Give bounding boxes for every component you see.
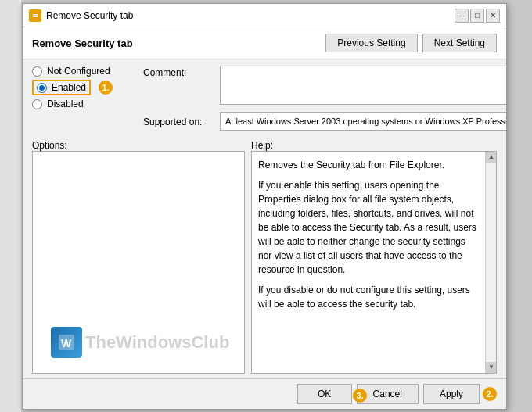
nav-buttons: Previous Setting Next Setting — [325, 34, 497, 52]
title-bar-left: Remove Security tab — [29, 9, 133, 22]
next-setting-button[interactable]: Next Setting — [422, 34, 497, 52]
help-para-1: Removes the Security tab from File Explo… — [258, 158, 477, 172]
supported-value: At least Windows Server 2003 operating s… — [225, 116, 506, 126]
radio-enabled[interactable]: Enabled 1. — [32, 80, 134, 95]
badge-1: 1. — [99, 81, 113, 95]
close-button[interactable]: ✕ — [486, 9, 500, 23]
supported-row: Supported on: At least Windows Server 20… — [143, 112, 506, 131]
radio-not-configured-label: Not Configured — [47, 66, 110, 77]
badge-2: 2. — [483, 387, 497, 401]
supported-label: Supported on: — [143, 115, 214, 127]
title-bar: Remove Security tab – □ ✕ — [23, 4, 506, 27]
help-scroll-down[interactable]: ▼ — [486, 362, 497, 373]
help-text: Removes the Security tab from File Explo… — [258, 158, 490, 311]
cancel-button[interactable]: Cancel — [357, 384, 419, 404]
radio-options: Not Configured Enabled 1. Disabled — [32, 66, 134, 109]
help-para-3: If you disable or do not configure this … — [258, 283, 477, 311]
radio-not-configured-input[interactable] — [32, 66, 42, 77]
gpe-icon — [29, 9, 41, 22]
help-para-2: If you enable this setting, users openin… — [258, 178, 477, 277]
footer: OK Cancel Apply 2. — [23, 378, 506, 409]
middle-area: Not Configured Enabled 1. Disabled — [23, 59, 506, 137]
dialog-window: Remove Security tab – □ ✕ Remove Securit… — [22, 3, 507, 410]
radio-enabled-label: Enabled — [52, 82, 86, 93]
radio-not-configured[interactable]: Not Configured — [32, 66, 134, 77]
dialog-content: Remove Security tab Previous Setting Nex… — [23, 27, 506, 409]
apply-button[interactable]: Apply — [423, 384, 480, 404]
svg-rect-0 — [31, 12, 39, 20]
radio-disabled-input[interactable] — [32, 99, 42, 109]
radio-disabled-label: Disabled — [47, 99, 84, 109]
help-scroll-up[interactable]: ▲ — [486, 152, 497, 163]
minimize-button[interactable]: – — [455, 9, 469, 23]
comment-label: Comment: — [143, 66, 214, 78]
help-scrollbar: ▲ ▼ — [485, 152, 496, 373]
ok-button[interactable]: OK — [297, 384, 352, 404]
previous-setting-button[interactable]: Previous Setting — [325, 34, 417, 52]
svg-rect-1 — [33, 14, 38, 16]
enabled-highlight: Enabled — [32, 80, 91, 95]
options-help-area: Removes the Security tab from File Explo… — [23, 151, 506, 378]
maximize-button[interactable]: □ — [470, 9, 484, 23]
title-bar-buttons: – □ ✕ — [455, 9, 500, 23]
svg-rect-2 — [33, 16, 38, 17]
options-panel — [32, 151, 245, 374]
supported-box: At least Windows Server 2003 operating s… — [220, 112, 506, 131]
help-label: Help: — [251, 140, 497, 151]
left-sidebar-bg — [0, 0, 22, 412]
dialog-heading: Remove Security tab — [32, 38, 133, 49]
comment-box[interactable]: ▲ ▼ — [220, 66, 506, 105]
options-label: Options: — [32, 140, 251, 151]
radio-enabled-input[interactable] — [37, 83, 47, 93]
help-panel: Removes the Security tab from File Explo… — [251, 151, 497, 374]
help-scroll-track — [486, 163, 496, 362]
dialog-title: Remove Security tab — [46, 10, 133, 21]
top-section: Remove Security tab Previous Setting Nex… — [23, 27, 506, 59]
options-help-labels: Options: Help: — [23, 137, 506, 151]
comment-row: Comment: ▲ ▼ — [143, 66, 506, 105]
radio-disabled[interactable]: Disabled — [32, 99, 134, 109]
